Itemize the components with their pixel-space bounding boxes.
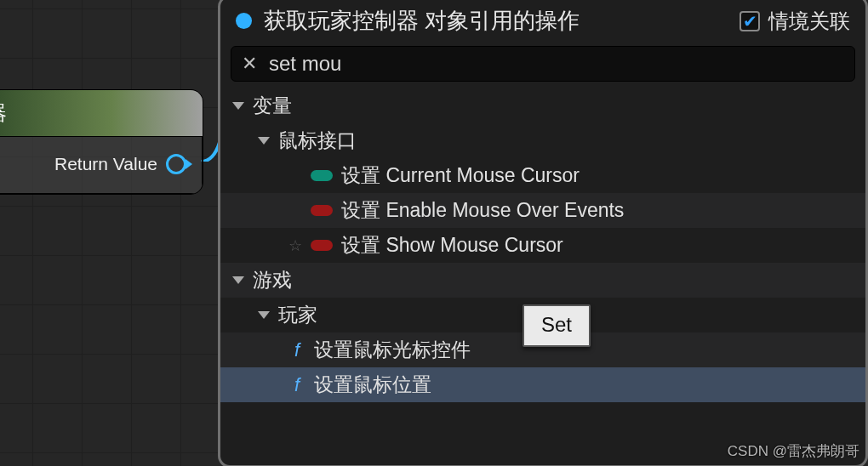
chevron-down-icon: [258, 137, 270, 145]
favorite-star-icon[interactable]: ☆: [288, 236, 302, 255]
results-tree: 变量 鼠标接口 设置 Current Mouse Cursor 设置 Enabl…: [220, 85, 865, 402]
action-label: 设置 Show Mouse Cursor: [341, 232, 563, 259]
category-game[interactable]: 游戏: [220, 263, 865, 298]
category-label: 游戏: [253, 267, 292, 293]
output-pin-label: Return Value: [54, 154, 157, 174]
search-field[interactable]: ✕: [231, 46, 855, 82]
node-title-text: 器: [0, 99, 7, 127]
tooltip-text: Set: [541, 313, 572, 336]
action-label: 设置 Enable Mouse Over Events: [341, 197, 624, 224]
panel-title: 获取玩家控制器 对象引用的操作: [264, 6, 728, 36]
action-label: 设置鼠标光标控件: [314, 337, 471, 363]
node-title: 器: [0, 90, 203, 136]
chevron-down-icon: [258, 311, 270, 319]
variable-pill-icon: [311, 240, 333, 251]
variable-pill-icon: [311, 205, 333, 216]
category-mouse-interface[interactable]: 鼠标接口: [220, 123, 865, 158]
function-icon: f: [288, 374, 306, 396]
category-variables[interactable]: 变量: [220, 88, 865, 123]
action-set-show-mouse-cursor[interactable]: ☆ 设置 Show Mouse Cursor: [220, 228, 865, 263]
source-node[interactable]: 器 Return Value: [0, 90, 203, 194]
watermark: CSDN @雷杰弗朗哥: [728, 441, 859, 461]
search-input[interactable]: [269, 52, 844, 76]
action-menu-panel: 获取玩家控制器 对象引用的操作 ✔ 情境关联 ✕ 变量 鼠标接口 设置 Curr…: [218, 0, 868, 466]
category-label: 变量: [253, 93, 292, 119]
action-set-current-mouse-cursor[interactable]: 设置 Current Mouse Cursor: [220, 158, 865, 193]
panel-header: 获取玩家控制器 对象引用的操作 ✔ 情境关联: [220, 0, 865, 41]
category-label: 鼠标接口: [278, 128, 357, 154]
action-label: 设置鼠标位置: [314, 372, 431, 398]
chevron-down-icon: [232, 276, 244, 284]
variable-pill-icon: [311, 170, 333, 181]
function-icon: f: [288, 339, 306, 361]
action-set-mouse-position[interactable]: f 设置鼠标位置: [220, 367, 865, 402]
context-sensitive-label: 情境关联: [768, 8, 850, 35]
node-body: Return Value: [0, 136, 203, 194]
action-set-enable-mouse-over-events[interactable]: 设置 Enable Mouse Over Events: [220, 193, 865, 228]
chevron-down-icon: [232, 102, 244, 110]
category-label: 玩家: [278, 302, 317, 328]
clear-icon[interactable]: ✕: [242, 53, 257, 75]
checkbox-icon: ✔: [740, 11, 760, 31]
tooltip: Set: [523, 304, 591, 347]
context-sensitive-toggle[interactable]: ✔ 情境关联: [740, 8, 850, 35]
output-pin[interactable]: [166, 154, 186, 174]
object-type-dot-icon: [236, 13, 252, 29]
action-label: 设置 Current Mouse Cursor: [341, 162, 580, 189]
